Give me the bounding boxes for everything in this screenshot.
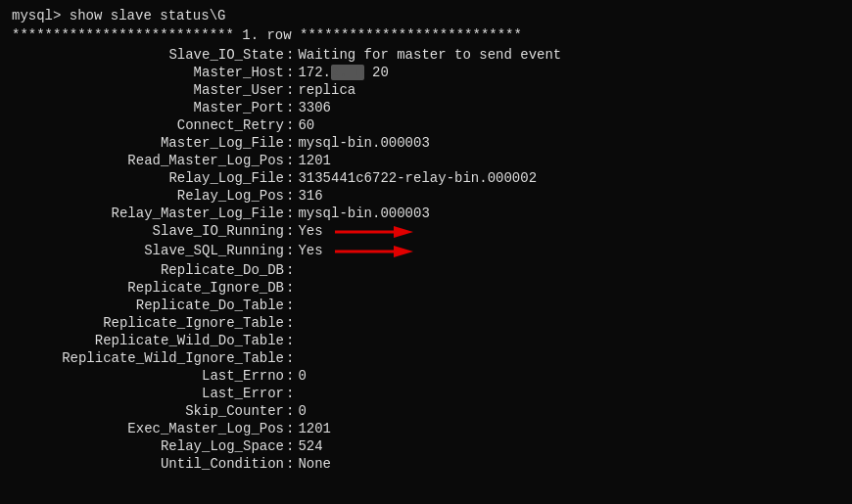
prompt-text: mysql> show slave status\G (12, 8, 225, 23)
field-colon: : (286, 153, 294, 168)
field-colon: : (286, 456, 294, 472)
field-name: Slave_IO_Running (12, 223, 286, 241)
table-row: Slave_IO_Running: Yes (12, 223, 840, 241)
table-row: Until_Condition: None (12, 456, 840, 472)
field-name: Relay_Log_Space (12, 438, 286, 454)
field-name: Replicate_Do_Table (12, 298, 286, 313)
field-name: Master_Port (12, 100, 286, 115)
field-value: Yes (298, 243, 322, 260)
field-colon: : (286, 403, 294, 419)
table-row: Replicate_Ignore_DB: (12, 280, 840, 296)
table-row: Last_Error: (12, 386, 840, 401)
table-row: Master_User: replica (12, 82, 840, 98)
field-value: 0 (298, 368, 306, 384)
field-name: Exec_Master_Log_Pos (12, 421, 286, 436)
prompt-line: mysql> show slave status\G (12, 8, 840, 23)
field-colon: : (286, 47, 294, 63)
field-name: Skip_Counter (12, 403, 286, 419)
field-name: Relay_Log_Pos (12, 188, 286, 204)
table-row: Master_Port: 3306 (12, 100, 840, 115)
table-row: Connect_Retry: 60 (12, 117, 840, 133)
rows-container: Slave_IO_State: Waiting for master to se… (12, 47, 840, 472)
field-value: replica (298, 82, 355, 98)
table-row: Master_Host: 172.2.■■ 20 (12, 65, 840, 80)
red-arrow-icon (335, 223, 413, 241)
field-colon: : (286, 315, 294, 331)
table-row: Master_Log_File: mysql-bin.000003 (12, 135, 840, 151)
field-name: Last_Error (12, 386, 286, 401)
field-colon: : (286, 170, 294, 186)
red-arrow-icon (335, 243, 413, 260)
field-colon: : (286, 223, 294, 241)
field-name: Until_Condition (12, 456, 286, 472)
field-colon: : (286, 386, 294, 401)
field-value: 0 (298, 403, 306, 419)
field-colon: : (286, 438, 294, 454)
table-row: Read_Master_Log_Pos: 1201 (12, 153, 840, 168)
field-value: 3135441c6722-relay-bin.000002 (298, 170, 537, 186)
field-name: Relay_Log_File (12, 170, 286, 186)
field-name: Replicate_Do_DB (12, 262, 286, 278)
table-row: Replicate_Do_Table: (12, 298, 840, 313)
table-row: Replicate_Ignore_Table: (12, 315, 840, 331)
field-value: None (298, 456, 331, 472)
table-row: Replicate_Do_DB: (12, 262, 840, 278)
field-name: Replicate_Wild_Do_Table (12, 333, 286, 348)
field-value: 524 (298, 438, 322, 454)
field-name: Slave_SQL_Running (12, 243, 286, 260)
table-row: Relay_Log_Pos: 316 (12, 188, 840, 204)
field-name: Replicate_Wild_Ignore_Table (12, 350, 286, 366)
svg-marker-1 (394, 226, 413, 238)
field-value: 316 (298, 188, 322, 204)
field-name: Read_Master_Log_Pos (12, 153, 286, 168)
field-value: Yes (298, 223, 322, 241)
field-value: 1201 (298, 421, 331, 436)
field-name: Master_Log_File (12, 135, 286, 151)
field-value: 172.2.■■ 20 (298, 65, 388, 80)
field-value: mysql-bin.000003 (298, 206, 429, 221)
field-value: 3306 (298, 100, 331, 115)
field-colon: : (286, 280, 294, 296)
field-colon: : (286, 421, 294, 436)
table-row: Relay_Log_File: 3135441c6722-relay-bin.0… (12, 170, 840, 186)
field-colon: : (286, 333, 294, 348)
field-colon: : (286, 206, 294, 221)
field-name: Connect_Retry (12, 117, 286, 133)
field-value: mysql-bin.000003 (298, 135, 429, 151)
table-row: Skip_Counter: 0 (12, 403, 840, 419)
field-name: Replicate_Ignore_Table (12, 315, 286, 331)
field-colon: : (286, 188, 294, 204)
svg-marker-3 (394, 246, 413, 257)
field-name: Master_User (12, 82, 286, 98)
field-value: 1201 (298, 153, 331, 168)
field-value: 60 (298, 117, 314, 133)
divider: *************************** 1. row *****… (12, 27, 840, 43)
field-name: Relay_Master_Log_File (12, 206, 286, 221)
field-colon: : (286, 117, 294, 133)
field-colon: : (286, 135, 294, 151)
table-row: Slave_IO_State: Waiting for master to se… (12, 47, 840, 63)
table-row: Replicate_Wild_Ignore_Table: (12, 350, 840, 366)
field-colon: : (286, 368, 294, 384)
field-colon: : (286, 65, 294, 80)
field-name: Last_Errno (12, 368, 286, 384)
field-value: Waiting for master to send event (298, 47, 561, 63)
table-row: Relay_Log_Space: 524 (12, 438, 840, 454)
field-colon: : (286, 350, 294, 366)
terminal: mysql> show slave status\G *************… (12, 8, 840, 496)
field-colon: : (286, 100, 294, 115)
table-row: Exec_Master_Log_Pos: 1201 (12, 421, 840, 436)
table-row: Last_Errno: 0 (12, 368, 840, 384)
field-name: Master_Host (12, 65, 286, 80)
field-colon: : (286, 243, 294, 260)
field-colon: : (286, 262, 294, 278)
table-row: Relay_Master_Log_File: mysql-bin.000003 (12, 206, 840, 221)
table-row: Slave_SQL_Running: Yes (12, 243, 840, 260)
table-row: Replicate_Wild_Do_Table: (12, 333, 840, 348)
field-name: Slave_IO_State (12, 47, 286, 63)
field-colon: : (286, 82, 294, 98)
field-colon: : (286, 298, 294, 313)
field-name: Replicate_Ignore_DB (12, 280, 286, 296)
